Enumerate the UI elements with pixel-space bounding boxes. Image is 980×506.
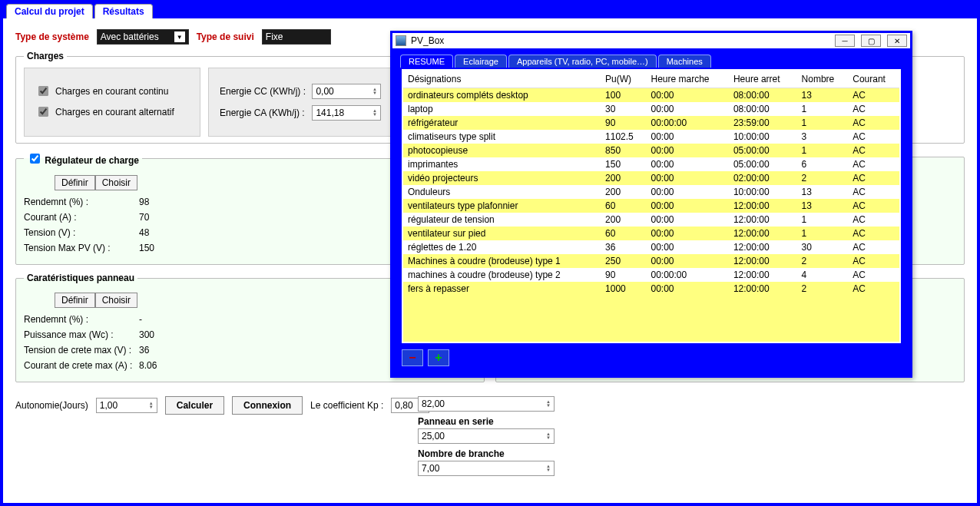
type-systeme-select[interactable]: Avec battéries ▼ [97,29,189,45]
table-row[interactable]: vidéo projecteurs20000:0002:00:002AC [403,171,899,185]
table-cell: 4 [797,268,849,282]
charges-energies: Energie CC (KWh/j) : 0,00▲▼ Energie CA (… [208,68,392,137]
table-empty-space [403,296,899,342]
autonomie-input[interactable]: 1,00▲▼ [96,398,157,413]
table-cell: 00:00 [647,240,729,254]
minimize-button[interactable]: ─ [835,35,855,47]
panneau-legend: Caratéristiques panneau [24,273,137,283]
table-cell: Onduleurs [403,185,601,199]
table-cell: 12:00:00 [729,240,797,254]
table-header-row: DésignationsPu(W)Heure marcheHeure arret… [403,71,899,88]
table-row[interactable]: laptop3000:0008:00:001AC [403,102,899,116]
tab-calcul[interactable]: Calcul du projet [6,4,93,18]
connexion-button[interactable]: Connexion [232,396,303,415]
regulateur-checkbox[interactable] [30,154,40,164]
table-cell: ordinateurs compléts desktop [403,88,601,103]
dialog-titlebar[interactable]: PV_Box ─ ▢ ✕ [392,33,910,48]
remove-row-button[interactable]: − [402,349,423,366]
table-cell: 100 [601,88,646,103]
table-row[interactable]: climatiseurs type split1102.500:0010:00:… [403,130,899,144]
table-row[interactable]: fers à repasser100000:0012:00:002AC [403,282,899,296]
regulateur-definir-button[interactable]: Définir [55,175,95,190]
spinner-icon[interactable]: ▲▼ [546,400,551,408]
spinner-icon[interactable]: ▲▼ [546,465,551,472]
table-row[interactable]: machines à coudre (brodeuse) type 29000:… [403,268,899,282]
table-cell: 00:00 [647,185,729,199]
cc-checkbox-row[interactable]: Charges en courant continu [35,84,189,98]
calculer-button[interactable]: Calculer [165,396,224,415]
kv-value: 150 [139,243,177,253]
energie-cc-input[interactable]: 0,00▲▼ [312,84,381,99]
column-header[interactable]: Heure marche [647,71,729,88]
dialog-tab[interactable]: Appareils (TV, radio, PC, mobile…) [508,55,657,68]
spinner-icon[interactable]: ▲▼ [372,109,377,117]
table-cell: AC [848,102,899,116]
panneau-choisir-button[interactable]: Choisir [95,293,137,308]
table-row[interactable]: ordinateurs compléts desktop10000:0008:0… [403,88,899,103]
table-cell: réglettes de 1.20 [403,240,601,254]
type-suivi-select[interactable]: Fixe [262,29,331,45]
table-cell: 00:00:00 [647,116,729,130]
spinner-icon[interactable]: ▲▼ [372,88,377,95]
dialog-tabs: RESUMEEclairageAppareils (TV, radio, PC,… [397,53,906,68]
table-cell: 90 [601,116,646,130]
output-value[interactable]: 7,00▲▼ [418,461,555,476]
table-cell: 00:00 [647,130,729,144]
column-header[interactable]: Heure arret [729,71,797,88]
table-cell: 00:00:00 [647,268,729,282]
column-header[interactable]: Désignations [403,71,601,88]
table-cell: AC [848,157,899,171]
dialog-tab[interactable]: Eclairage [455,55,507,68]
table-cell: 1000 [601,282,646,296]
table-cell: AC [848,88,899,103]
table-cell: AC [848,199,899,213]
spinner-icon[interactable]: ▲▼ [546,432,551,440]
energie-ca-input[interactable]: 141,18▲▼ [312,105,381,121]
ca-checkbox[interactable] [38,107,48,117]
table-cell: photocopieuse [403,144,601,157]
spinner-icon[interactable]: ▲▼ [149,402,154,409]
column-header[interactable]: Nombre [797,71,849,88]
table-row[interactable]: photocopieuse85000:0005:00:001AC [403,144,899,157]
table-cell: 200 [601,213,646,227]
table-row[interactable]: réfrigérateur9000:00:0023:59:001AC [403,116,899,130]
pvbox-dialog: PV_Box ─ ▢ ✕ RESUMEEclairageAppareils (T… [390,31,912,378]
table-cell: laptop [403,102,601,116]
table-cell: 2 [797,171,849,185]
cc-checkbox[interactable] [38,86,48,96]
table-row[interactable]: ventilateur sur pied6000:0012:00:001AC [403,227,899,240]
table-cell: 08:00:00 [729,88,797,103]
output-label: Nombre de branche [418,448,571,459]
table-body: ordinateurs compléts desktop10000:0008:0… [403,88,899,296]
dialog-tab[interactable]: Machines [658,55,711,68]
type-systeme-label: Type de système [15,31,89,42]
column-header[interactable]: Pu(W) [601,71,646,88]
appliances-table: DésignationsPu(W)Heure marcheHeure arret… [403,71,899,296]
app-icon [396,35,406,46]
table-row[interactable]: régulateur de tension20000:0012:00:001AC [403,213,899,227]
table-row[interactable]: Onduleurs20000:0010:00:0013AC [403,185,899,199]
table-row[interactable]: ventilateurs type plafonnier6000:0012:00… [403,199,899,213]
table-row[interactable]: imprimantes15000:0005:00:006AC [403,157,899,171]
table-row[interactable]: Machines à coudre (brodeuse) type 125000… [403,254,899,268]
column-header[interactable]: Courant [848,71,899,88]
table-cell: AC [848,254,899,268]
table-cell: 90 [601,268,646,282]
table-row[interactable]: réglettes de 1.203600:0012:00:0030AC [403,240,899,254]
add-row-button[interactable]: + [428,349,449,366]
table-cell: 250 [601,254,646,268]
ca-checkbox-row[interactable]: Charges en courant alternatif [35,104,189,119]
tab-resultats[interactable]: Résultats [94,4,153,18]
kv-key: Courant de crete max (A) : [24,360,139,371]
table-cell: 1102.5 [601,130,646,144]
regulateur-choisir-button[interactable]: Choisir [95,175,137,190]
output-value[interactable]: 82,00▲▼ [418,396,555,412]
table-cell: AC [848,171,899,185]
maximize-button[interactable]: ▢ [861,35,881,47]
table-cell: 12:00:00 [729,282,797,296]
close-button[interactable]: ✕ [887,35,907,47]
output-value[interactable]: 25,00▲▼ [418,428,555,444]
panneau-definir-button[interactable]: Définir [55,293,95,308]
kv-key: Courant (A) : [24,212,139,223]
dialog-tab[interactable]: RESUME [400,55,453,68]
